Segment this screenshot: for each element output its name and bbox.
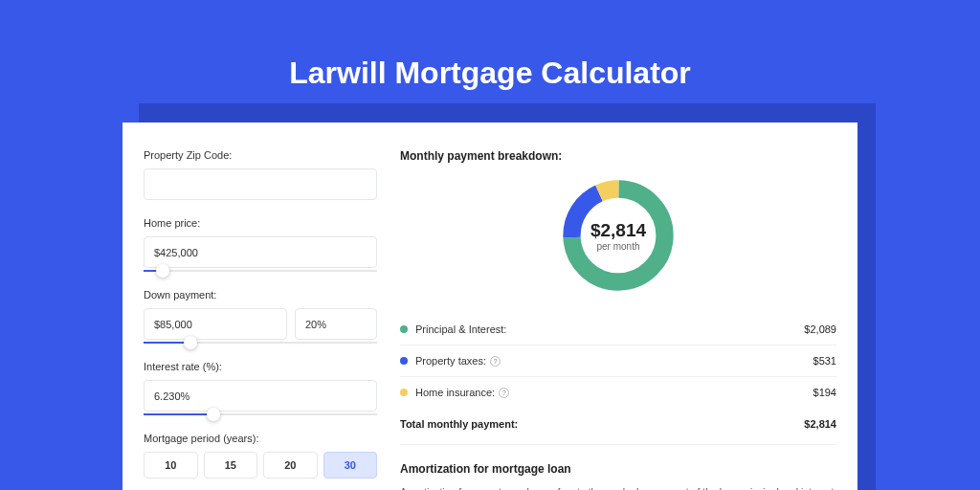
- breakdown-panel: Monthly payment breakdown: $2,814 per mo…: [400, 149, 836, 479]
- legend-dot: [400, 357, 408, 365]
- donut-center: $2,814 per month: [590, 220, 646, 252]
- amortization-title: Amortization for mortgage loan: [400, 462, 836, 476]
- period-label: Mortgage period (years):: [144, 433, 377, 444]
- legend-value: $531: [813, 355, 836, 367]
- down-payment-slider[interactable]: [144, 342, 377, 344]
- donut-amount: $2,814: [590, 220, 646, 241]
- legend-label: Property taxes:?: [415, 355, 813, 367]
- calculator-card: Property Zip Code: Home price: Down paym…: [122, 122, 858, 490]
- page-title: Larwill Mortgage Calculator: [0, 56, 980, 91]
- interest-label: Interest rate (%):: [144, 361, 377, 372]
- period-option-10[interactable]: 10: [144, 452, 198, 479]
- total-row: Total monthly payment: $2,814: [400, 408, 836, 440]
- down-payment-field: Down payment:: [144, 289, 377, 344]
- zip-input[interactable]: [144, 168, 377, 200]
- home-price-slider[interactable]: [144, 270, 377, 272]
- amortization-body: Amortization for a mortgage loan refers …: [400, 485, 836, 490]
- legend-list: Principal & Interest:$2,089Property taxe…: [400, 314, 836, 408]
- amortization-section: Amortization for mortgage loan Amortizat…: [400, 444, 836, 490]
- legend-dot: [400, 325, 408, 333]
- interest-input[interactable]: [144, 380, 377, 412]
- info-icon[interactable]: ?: [490, 356, 501, 367]
- donut-sub: per month: [590, 241, 646, 252]
- zip-label: Property Zip Code:: [144, 149, 377, 161]
- donut-chart: $2,814 per month: [400, 174, 836, 297]
- total-value: $2,814: [804, 418, 836, 430]
- down-payment-amount-input[interactable]: [144, 308, 287, 340]
- interest-slider[interactable]: [144, 413, 377, 415]
- legend-value: $2,089: [804, 323, 836, 335]
- home-price-label: Home price:: [144, 217, 377, 229]
- period-option-15[interactable]: 15: [204, 452, 258, 479]
- interest-field: Interest rate (%):: [144, 361, 377, 415]
- period-option-30[interactable]: 30: [323, 452, 378, 479]
- legend-row: Principal & Interest:$2,089: [400, 314, 836, 345]
- period-option-20[interactable]: 20: [263, 452, 318, 479]
- info-icon[interactable]: ?: [499, 388, 509, 398]
- legend-value: $194: [813, 387, 836, 398]
- home-price-input[interactable]: [144, 236, 377, 268]
- legend-label: Home insurance:?: [415, 387, 813, 398]
- breakdown-title: Monthly payment breakdown:: [400, 149, 836, 163]
- legend-row: Home insurance:?$194: [400, 377, 836, 408]
- down-payment-label: Down payment:: [144, 289, 377, 301]
- form-panel: Property Zip Code: Home price: Down paym…: [144, 149, 377, 479]
- down-payment-percent-input[interactable]: [295, 308, 377, 340]
- home-price-field: Home price:: [144, 217, 377, 272]
- legend-label: Principal & Interest:: [415, 323, 804, 335]
- zip-field: Property Zip Code:: [144, 149, 377, 200]
- legend-row: Property taxes:?$531: [400, 345, 836, 377]
- period-field: Mortgage period (years): 10152030: [144, 433, 377, 479]
- legend-dot: [400, 389, 408, 396]
- total-label: Total monthly payment:: [400, 418, 804, 430]
